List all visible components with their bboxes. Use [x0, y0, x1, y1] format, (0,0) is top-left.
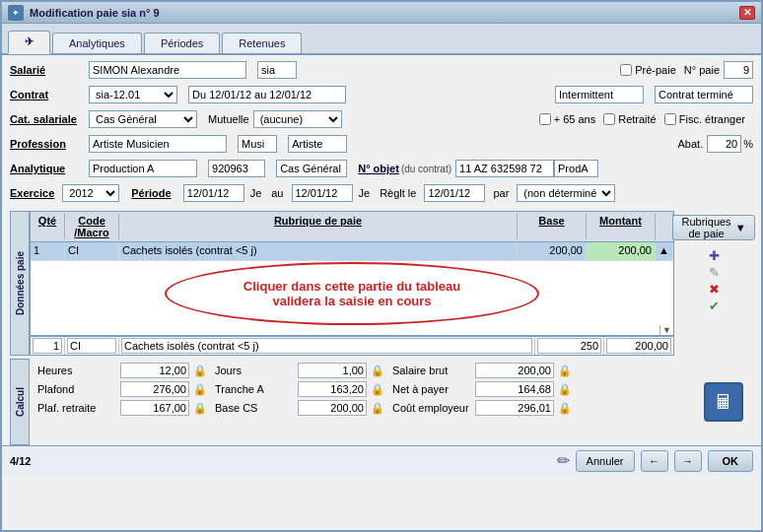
jours-label: Jours [215, 365, 294, 376]
contrat-label: Contrat [10, 89, 89, 100]
calcul-row-3: Plaf. retraite 🔒 Base CS 🔒 Coût employeu… [37, 400, 686, 416]
close-button[interactable]: ✕ [739, 6, 755, 20]
analytique-code-input[interactable] [208, 160, 265, 177]
contrat-select[interactable]: sia-12.01 [89, 86, 177, 103]
col-qte: Qté [31, 214, 65, 239]
net-payer-input[interactable] [475, 381, 554, 397]
status-position: 4/12 [10, 455, 31, 467]
tranche-a-label: Tranche A [215, 383, 294, 395]
num-objet-input[interactable] [455, 160, 554, 177]
fisc-etranger-checkbox[interactable] [664, 113, 676, 125]
num-paie-input[interactable] [724, 61, 753, 79]
next-button[interactable]: → [674, 450, 702, 472]
retraite-checkbox-label[interactable]: Retraité [603, 113, 657, 125]
table-row[interactable]: 1 CI Cachets isolés (contrat <5 j) 200,0… [31, 242, 673, 261]
num-objet-label: N° objet [358, 163, 399, 174]
salaire-brut-group: Salaire brut 🔒 [392, 363, 572, 378]
plus65-checkbox-label[interactable]: + 65 ans [539, 113, 596, 125]
jours-input[interactable] [298, 363, 367, 378]
num-objet-suffix-input[interactable] [554, 160, 598, 177]
cell-scroll: ▲ [656, 242, 673, 260]
ok-button[interactable]: OK [708, 450, 754, 472]
num-paie-label: N° paie [684, 64, 720, 76]
overlay-message[interactable]: Cliquer dans cette partie du tableau val… [165, 262, 539, 325]
analytique-type-input[interactable] [276, 160, 347, 177]
add-icon[interactable]: ✚ [709, 248, 720, 263]
prev-button[interactable]: ← [641, 450, 668, 472]
input-row [31, 335, 673, 355]
num-objet-sub: (du contrat) [401, 164, 451, 174]
plaf-retraite-label: Plaf. retraite [37, 402, 116, 414]
plus65-checkbox[interactable] [539, 113, 551, 125]
status-bar: 4/12 ✏ Annuler ← → OK [2, 445, 761, 475]
cout-employeur-group: Coût employeur 🔒 [392, 400, 572, 416]
salarie-code-input[interactable] [257, 61, 297, 79]
base-cs-group: Base CS 🔒 [215, 400, 384, 416]
input-code[interactable] [67, 338, 116, 354]
window-icon: ✦ [8, 5, 24, 21]
base-cs-input[interactable] [298, 400, 367, 416]
exercice-select[interactable]: 2012 [62, 184, 119, 202]
base-cs-label: Base CS [215, 402, 294, 414]
tab-analytiques[interactable]: Analytiques [52, 33, 142, 53]
calculator-button[interactable]: 🖩 [704, 382, 743, 422]
profession-input[interactable] [89, 135, 227, 153]
cell-montant: 200,00 [587, 242, 656, 260]
input-qte[interactable] [33, 338, 62, 354]
contrat-type-input[interactable] [555, 86, 644, 103]
title-bar: ✦ Modification paie sia n° 9 ✕ [2, 2, 761, 24]
plaf-retraite-lock-icon: 🔒 [193, 402, 207, 415]
col-code: Code /Macro [65, 214, 119, 239]
rubriques-button[interactable]: Rubriques de paie ▼ [672, 215, 754, 240]
action-buttons: ✏ Annuler ← → OK [557, 450, 753, 472]
edit-icon[interactable]: ✎ [709, 265, 720, 280]
analytique-input[interactable] [89, 160, 197, 177]
regle-date-input[interactable] [424, 184, 485, 202]
plaf-retraite-group: Plaf. retraite 🔒 [37, 400, 207, 416]
au-label: au [271, 187, 283, 199]
rubriques-label: Rubriques de paie [681, 216, 730, 239]
tab-periodes[interactable]: Périodes [144, 33, 220, 53]
retraite-checkbox[interactable] [603, 113, 615, 125]
mutuelle-select[interactable]: (aucune) [253, 110, 342, 128]
contrat-status-input[interactable] [655, 86, 753, 103]
check-icon[interactable]: ✔ [709, 299, 720, 313]
plafond-input[interactable] [120, 381, 189, 397]
annuler-button[interactable]: Annuler [576, 450, 635, 472]
tab-retenues[interactable]: Retenues [222, 33, 302, 53]
regle-label: Règlt le [380, 187, 416, 199]
input-code-cell [65, 337, 119, 355]
delete-icon[interactable]: ✖ [709, 282, 720, 297]
calcul-side-label: Calcul [15, 387, 26, 417]
tranche-a-input[interactable] [298, 381, 367, 397]
scroll-down[interactable]: ▼ [659, 325, 673, 335]
profession-type-input[interactable] [288, 135, 347, 153]
cout-employeur-lock-icon: 🔒 [558, 402, 572, 415]
heures-input[interactable] [120, 363, 189, 378]
periode-start-input[interactable] [183, 184, 244, 202]
contrat-period-input[interactable] [188, 86, 346, 103]
prepaie-checkbox-label[interactable]: Pré-paie [620, 64, 676, 76]
profession-code-input[interactable] [238, 135, 277, 153]
retraite-label: Retraité [618, 113, 657, 125]
overlay-area[interactable]: Cliquer dans cette partie du tableau val… [31, 261, 673, 325]
prepaie-checkbox[interactable] [620, 64, 632, 76]
cout-employeur-input[interactable] [475, 400, 554, 416]
net-payer-group: Net à payer 🔒 [392, 381, 572, 397]
salaire-brut-input[interactable] [475, 363, 554, 378]
par-select[interactable]: (non déterminé) [517, 184, 615, 202]
form-content: Salarié Pré-paie N° paie Contrat sia-12.… [2, 55, 761, 211]
tab-icon[interactable]: ✈ [8, 31, 50, 54]
salarie-input[interactable] [89, 61, 246, 79]
row-icons: ✚ ✎ ✖ ✔ [709, 248, 720, 313]
abat-input[interactable] [707, 135, 741, 153]
cat-salariale-row: Cat. salariale Cas Général Mutuelle (auc… [10, 108, 753, 130]
cat-salariale-select[interactable]: Cas Général [89, 110, 197, 128]
periode-end-input[interactable] [292, 184, 353, 202]
plaf-retraite-input[interactable] [120, 400, 189, 416]
input-montant[interactable] [606, 338, 671, 354]
fisc-etranger-checkbox-label[interactable]: Fisc. étranger [664, 113, 745, 125]
input-base[interactable] [537, 338, 601, 354]
plafond-lock-icon: 🔒 [193, 383, 207, 396]
input-rubrique[interactable] [121, 338, 532, 354]
